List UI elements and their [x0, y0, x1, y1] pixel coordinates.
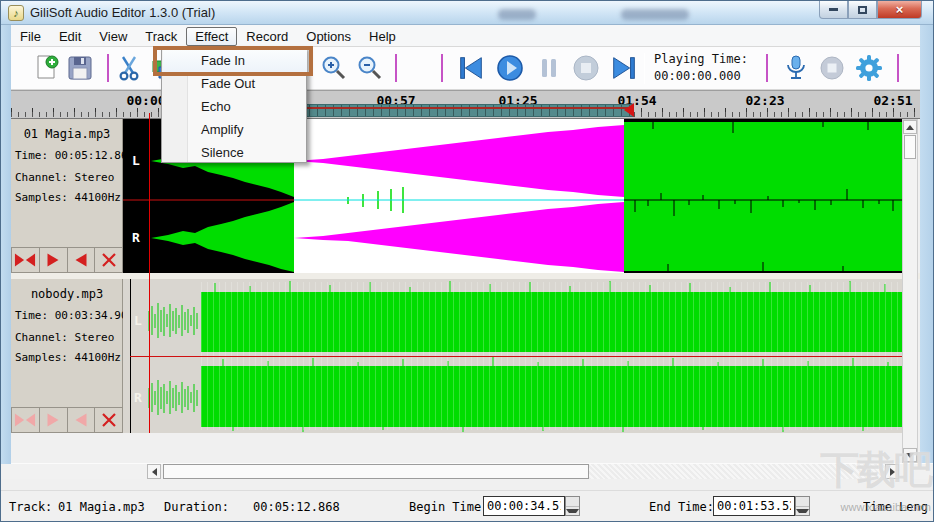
spinner-down-button[interactable]: [796, 507, 809, 516]
track2-samples: Samples: 44100Hz: [15, 351, 121, 364]
scroll-right-button[interactable]: [885, 464, 899, 479]
triangle-left-icon: [70, 412, 92, 428]
toolbar: Playing Time: 00:00:00.000: [11, 47, 920, 90]
timeline-ruler[interactable]: 00:00 00:57 01:25 01:54 02:23 02:51: [11, 90, 920, 119]
track1-move-left-button[interactable]: [67, 247, 95, 273]
track2-channel: Channel: Stereo: [15, 331, 114, 344]
selection-end-marker[interactable]: [624, 103, 634, 117]
track1-move-right-button[interactable]: [39, 247, 67, 273]
pause-button[interactable]: [534, 53, 564, 83]
track1-time: Time: 00:05:12.868: [15, 149, 134, 162]
stop-recording-button[interactable]: [817, 53, 847, 83]
samples-label: Samples:: [15, 351, 68, 364]
triangle-left-icon: [70, 252, 92, 268]
cut-button[interactable]: [114, 53, 144, 83]
new-file-button[interactable]: [31, 53, 61, 83]
vertical-scrollbar[interactable]: [902, 119, 918, 463]
playhead-cursor[interactable]: [149, 113, 150, 433]
zoom-out-button[interactable]: [355, 53, 385, 83]
status-duration-value: 00:05:12.868: [253, 500, 340, 514]
menu-edit[interactable]: Edit: [50, 27, 90, 46]
track2-time: Time: 00:03:34.909: [15, 309, 134, 322]
ruler-label: 00:00: [126, 93, 165, 108]
spinner-down-icon: [566, 509, 579, 513]
menu-item-silence[interactable]: Silence: [189, 141, 307, 164]
horizontal-scroll-thumb[interactable]: [163, 464, 589, 479]
menu-help[interactable]: Help: [360, 27, 405, 46]
save-icon: [66, 54, 94, 82]
spinner-up-button[interactable]: [566, 497, 579, 507]
end-time-input[interactable]: [713, 496, 795, 516]
zoom-in-icon: [320, 54, 348, 82]
toolbar-separator: [897, 54, 899, 82]
track1-info-panel: 01 Magia.mp3 Time: 00:05:12.868 Channel:…: [11, 119, 123, 273]
watermark-smudge: [498, 9, 536, 20]
zoom-out-icon: [356, 54, 384, 82]
track1-right-channel-label: R: [132, 230, 140, 245]
menu-item-amplify[interactable]: Amplify: [189, 118, 307, 141]
track2-merge-button[interactable]: [11, 407, 39, 433]
spinner-up-button[interactable]: [796, 497, 809, 507]
status-track-label: Track:: [9, 500, 52, 514]
window-controls: ×: [819, 1, 922, 19]
channel-value: Stereo: [75, 171, 115, 184]
spinner-down-icon: [796, 509, 809, 513]
fade-in-highlight-box: [153, 46, 313, 76]
track2-buttons: [11, 407, 123, 433]
cut-icon: [115, 54, 143, 82]
toolbar-separator: [766, 54, 768, 82]
triangle-right-icon: [42, 252, 64, 268]
horizontal-scrollbar[interactable]: [1, 464, 934, 479]
track1-merge-button[interactable]: [11, 247, 39, 273]
zoom-in-button[interactable]: [319, 53, 349, 83]
play-button[interactable]: [495, 53, 525, 83]
selection-band[interactable]: [292, 104, 634, 117]
skip-to-end-button[interactable]: [609, 53, 639, 83]
vertical-scroll-thumb[interactable]: [904, 135, 916, 159]
track2-delete-button[interactable]: [94, 407, 123, 433]
merge-icon: [14, 252, 36, 268]
track1-delete-button[interactable]: [94, 247, 123, 273]
menu-view[interactable]: View: [90, 27, 136, 46]
play-icon: [495, 53, 525, 83]
maximize-button[interactable]: [848, 1, 877, 19]
stop-button[interactable]: [571, 53, 601, 83]
samples-value: 44100Hz: [75, 351, 121, 364]
scroll-down-button[interactable]: [903, 448, 917, 462]
arrow-right-icon: [890, 468, 895, 476]
merge-icon: [14, 412, 36, 428]
stop-recording-icon: [818, 54, 846, 82]
begin-time-input[interactable]: [483, 496, 565, 516]
menu-options[interactable]: Options: [297, 27, 360, 46]
minimize-button[interactable]: [819, 1, 848, 19]
menu-track[interactable]: Track: [136, 27, 186, 46]
watermark-smudge: [621, 9, 689, 20]
track2-center-line: [130, 356, 902, 357]
triangle-right-icon: [42, 412, 64, 428]
skip-to-start-button[interactable]: [456, 53, 486, 83]
scroll-left-button[interactable]: [147, 464, 161, 479]
track2-move-left-button[interactable]: [67, 407, 95, 433]
playing-time-label: Playing Time:: [654, 52, 748, 67]
menu-record[interactable]: Record: [237, 27, 297, 46]
scroll-up-button[interactable]: [903, 120, 917, 134]
skip-to-start-icon: [456, 53, 486, 83]
track2-name: nobody.mp3: [11, 287, 123, 301]
close-button[interactable]: ×: [877, 1, 922, 19]
microphone-icon: [782, 54, 810, 82]
samples-value: 44100Hz: [75, 191, 121, 204]
menu-effect[interactable]: Effect: [186, 27, 237, 46]
delete-x-icon: [100, 252, 118, 268]
menu-file[interactable]: File: [11, 27, 50, 46]
selection-band-line: [292, 107, 634, 109]
time-length-label: Time Leng: [863, 500, 934, 514]
record-button[interactable]: [781, 53, 811, 83]
arrow-down-icon: [906, 453, 914, 458]
save-button[interactable]: [65, 53, 95, 83]
menu-item-echo[interactable]: Echo: [189, 95, 307, 118]
settings-button[interactable]: [854, 53, 884, 83]
track2-move-right-button[interactable]: [39, 407, 67, 433]
spinner-down-button[interactable]: [566, 507, 579, 516]
horizontal-scroll-track[interactable]: [589, 464, 885, 479]
end-time-spinner: [795, 496, 810, 516]
